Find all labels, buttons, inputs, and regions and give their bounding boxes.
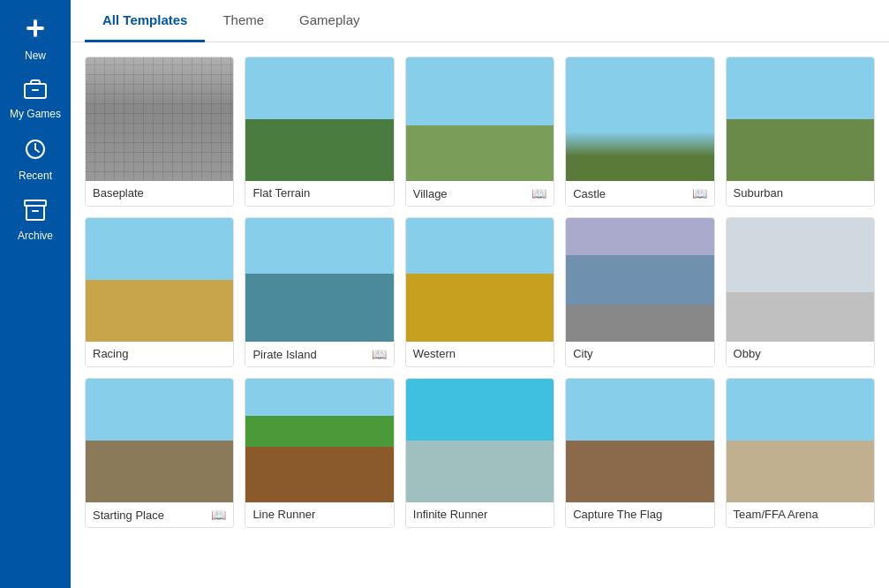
tab-gameplay[interactable]: Gameplay xyxy=(282,0,377,42)
recent-icon xyxy=(24,138,47,166)
tab-all-templates[interactable]: All Templates xyxy=(85,0,205,42)
template-grid-container: BaseplateFlat TerrainVillage📖Castle📖Subu… xyxy=(71,42,889,588)
template-image-western xyxy=(406,218,554,342)
template-image-racing xyxy=(86,218,233,342)
template-card-line-runner[interactable]: Line Runner xyxy=(245,378,394,528)
template-name-capture-the-flag: Capture The Flag xyxy=(573,508,662,521)
template-name-flat-terrain: Flat Terrain xyxy=(252,186,310,200)
template-label-obby: Obby xyxy=(727,342,874,366)
tab-theme[interactable]: Theme xyxy=(205,0,282,42)
template-name-city: City xyxy=(573,347,592,360)
sidebar-label-archive: Archive xyxy=(18,230,53,242)
template-label-western: Western xyxy=(406,342,554,366)
template-card-racing[interactable]: Racing xyxy=(85,217,234,367)
sidebar-item-my-games[interactable]: My Games xyxy=(0,71,71,129)
template-label-starting-place: Starting Place📖 xyxy=(86,502,233,527)
book-icon-castle: 📖 xyxy=(692,186,707,200)
template-name-line-runner: Line Runner xyxy=(252,508,315,521)
template-image-village xyxy=(406,57,554,181)
template-card-city[interactable]: City xyxy=(565,217,714,367)
template-image-team-ffa-arena xyxy=(727,379,874,502)
template-label-village: Village📖 xyxy=(406,181,554,206)
svg-rect-3 xyxy=(32,89,39,91)
template-name-pirate-island: Pirate Island xyxy=(252,348,316,361)
template-card-capture-the-flag[interactable]: Capture The Flag xyxy=(565,378,714,528)
template-image-line-runner xyxy=(245,379,393,502)
template-name-team-ffa-arena: Team/FFA Arena xyxy=(734,508,818,521)
sidebar-label-my-games: My Games xyxy=(10,108,61,120)
template-card-team-ffa-arena[interactable]: Team/FFA Arena xyxy=(726,378,875,528)
main-content: All TemplatesThemeGameplay BaseplateFlat… xyxy=(71,0,889,588)
sidebar-item-archive[interactable]: Archive xyxy=(0,191,71,251)
template-label-city: City xyxy=(566,342,713,366)
template-name-suburban: Suburban xyxy=(734,186,783,200)
svg-rect-7 xyxy=(32,210,39,212)
book-icon-pirate-island: 📖 xyxy=(372,347,387,361)
archive-icon xyxy=(24,200,47,226)
template-label-racing: Racing xyxy=(86,342,233,366)
template-card-flat-terrain[interactable]: Flat Terrain xyxy=(245,57,394,207)
template-label-castle: Castle📖 xyxy=(566,181,713,206)
template-image-flat-terrain xyxy=(245,57,393,181)
template-name-infinite-runner: Infinite Runner xyxy=(413,508,488,521)
template-name-starting-place: Starting Place xyxy=(93,509,164,522)
template-name-village: Village xyxy=(413,187,448,200)
template-label-suburban: Suburban xyxy=(727,181,874,205)
template-image-city xyxy=(566,218,713,342)
svg-rect-1 xyxy=(26,26,44,30)
book-icon-village: 📖 xyxy=(531,186,546,200)
sidebar-label-new: New xyxy=(25,49,46,62)
template-name-racing: Racing xyxy=(93,347,128,360)
sidebar: New My Games Recent Archive xyxy=(0,0,71,588)
template-card-obby[interactable]: Obby xyxy=(726,217,875,367)
template-image-castle xyxy=(566,57,713,181)
sidebar-label-recent: Recent xyxy=(19,170,52,182)
template-card-western[interactable]: Western xyxy=(405,217,554,367)
sidebar-item-recent[interactable]: Recent xyxy=(0,129,71,191)
template-name-western: Western xyxy=(413,347,456,360)
template-card-castle[interactable]: Castle📖 xyxy=(565,57,714,207)
template-label-line-runner: Line Runner xyxy=(245,502,393,526)
book-icon-starting-place: 📖 xyxy=(211,508,226,522)
template-image-suburban xyxy=(727,57,874,181)
template-label-baseplate: Baseplate xyxy=(86,181,233,205)
template-label-team-ffa-arena: Team/FFA Arena xyxy=(727,502,874,526)
template-name-castle: Castle xyxy=(573,187,606,200)
new-icon xyxy=(23,16,48,46)
template-grid: BaseplateFlat TerrainVillage📖Castle📖Subu… xyxy=(85,57,875,528)
template-card-starting-place[interactable]: Starting Place📖 xyxy=(85,378,234,528)
template-card-pirate-island[interactable]: Pirate Island📖 xyxy=(245,217,394,367)
template-image-baseplate xyxy=(86,57,233,181)
template-card-village[interactable]: Village📖 xyxy=(405,57,554,207)
tab-bar: All TemplatesThemeGameplay xyxy=(71,0,889,42)
template-label-pirate-island: Pirate Island📖 xyxy=(245,342,393,366)
template-name-obby: Obby xyxy=(734,347,761,360)
template-card-baseplate[interactable]: Baseplate xyxy=(85,57,234,207)
sidebar-item-new[interactable]: New xyxy=(0,7,71,71)
template-card-suburban[interactable]: Suburban xyxy=(726,57,875,207)
template-name-baseplate: Baseplate xyxy=(93,186,144,200)
template-label-infinite-runner: Infinite Runner xyxy=(406,502,554,526)
my-games-icon xyxy=(24,79,47,104)
template-label-capture-the-flag: Capture The Flag xyxy=(566,502,713,526)
template-image-obby xyxy=(727,218,874,342)
template-image-infinite-runner xyxy=(406,379,554,502)
template-card-infinite-runner[interactable]: Infinite Runner xyxy=(405,378,554,528)
template-label-flat-terrain: Flat Terrain xyxy=(245,181,393,205)
template-image-capture-the-flag xyxy=(566,379,713,502)
template-image-pirate-island xyxy=(245,218,393,342)
svg-rect-6 xyxy=(26,206,44,220)
template-image-starting-place xyxy=(86,379,233,502)
